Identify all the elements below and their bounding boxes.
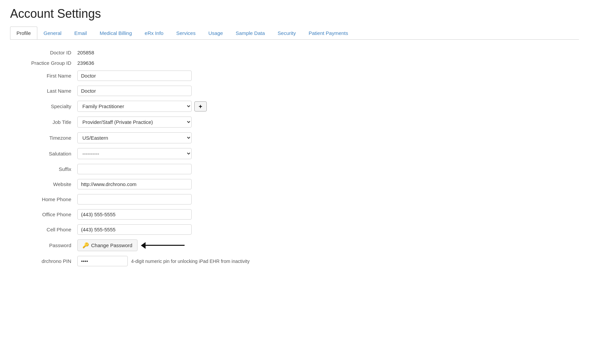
- first-name-row: First Name: [10, 71, 313, 81]
- doctor-id-value: 205858: [77, 50, 94, 55]
- job-title-select[interactable]: Provider/Staff (Private Practice) Provid…: [77, 117, 192, 128]
- cell-phone-row: Cell Phone: [10, 224, 313, 235]
- tab-services[interactable]: Services: [170, 27, 202, 40]
- salutation-label: Salutation: [10, 151, 77, 156]
- last-name-input[interactable]: [77, 86, 192, 96]
- salutation-row: Salutation ---------- Dr. Mr. Mrs. Ms.: [10, 148, 313, 159]
- first-name-input[interactable]: [77, 71, 192, 81]
- last-name-row: Last Name: [10, 86, 313, 96]
- office-phone-label: Office Phone: [10, 212, 77, 217]
- job-title-row: Job Title Provider/Staff (Private Practi…: [10, 117, 313, 128]
- specialty-add-button[interactable]: +: [194, 101, 207, 111]
- change-password-label: Change Password: [91, 242, 132, 248]
- practice-group-id-value: 239636: [77, 60, 94, 66]
- tab-usage[interactable]: Usage: [202, 27, 229, 40]
- website-row: Website: [10, 179, 313, 189]
- tab-email[interactable]: Email: [68, 27, 93, 40]
- key-icon: 🔑: [82, 242, 89, 248]
- practice-group-id-row: Practice Group ID 239636: [10, 60, 313, 66]
- specialty-select[interactable]: Family Practitioner Internal Medicine Pe…: [77, 101, 192, 112]
- suffix-input[interactable]: [77, 164, 192, 174]
- tab-bar: Profile General Email Medical Billing eR…: [10, 26, 579, 40]
- page-title: Account Settings: [10, 7, 579, 21]
- timezone-label: Timezone: [10, 135, 77, 141]
- job-title-label: Job Title: [10, 119, 77, 125]
- tab-security[interactable]: Security: [271, 27, 302, 40]
- suffix-row: Suffix: [10, 164, 313, 174]
- drchrono-pin-row: drchrono PIN 4-digit numeric pin for unl…: [10, 256, 313, 266]
- password-row: Password 🔑 Change Password: [10, 239, 313, 251]
- doctor-id-label: Doctor ID: [10, 50, 77, 55]
- home-phone-row: Home Phone: [10, 194, 313, 204]
- suffix-label: Suffix: [10, 166, 77, 172]
- first-name-label: First Name: [10, 73, 77, 79]
- timezone-select[interactable]: US/Eastern US/Central US/Mountain US/Pac…: [77, 132, 192, 143]
- website-label: Website: [10, 181, 77, 187]
- drchrono-pin-label: drchrono PIN: [10, 258, 77, 264]
- practice-group-id-label: Practice Group ID: [10, 60, 77, 66]
- tab-sample-data[interactable]: Sample Data: [229, 27, 271, 40]
- tab-general[interactable]: General: [37, 27, 68, 40]
- password-label: Password: [10, 242, 77, 248]
- office-phone-row: Office Phone: [10, 209, 313, 220]
- profile-form: Doctor ID 205858 Practice Group ID 23963…: [10, 50, 313, 266]
- salutation-select[interactable]: ---------- Dr. Mr. Mrs. Ms.: [77, 148, 192, 159]
- cell-phone-input[interactable]: [77, 224, 192, 235]
- specialty-row: Specialty Family Practitioner Internal M…: [10, 101, 313, 112]
- tab-medical-billing[interactable]: Medical Billing: [93, 27, 138, 40]
- last-name-label: Last Name: [10, 88, 77, 94]
- drchrono-pin-input[interactable]: [77, 256, 128, 266]
- doctor-id-row: Doctor ID 205858: [10, 50, 313, 55]
- home-phone-label: Home Phone: [10, 196, 77, 202]
- arrow-line: [144, 245, 185, 246]
- home-phone-input[interactable]: [77, 194, 192, 204]
- specialty-label: Specialty: [10, 103, 77, 109]
- arrow-indicator: [144, 245, 185, 246]
- drchrono-pin-hint: 4-digit numeric pin for unlocking iPad E…: [131, 259, 249, 264]
- cell-phone-label: Cell Phone: [10, 227, 77, 232]
- office-phone-input[interactable]: [77, 209, 192, 220]
- tab-profile[interactable]: Profile: [10, 27, 37, 40]
- change-password-button[interactable]: 🔑 Change Password: [77, 239, 138, 251]
- timezone-row: Timezone US/Eastern US/Central US/Mounta…: [10, 132, 313, 143]
- tab-patient-payments[interactable]: Patient Payments: [302, 27, 355, 40]
- tab-erx-info[interactable]: eRx Info: [138, 27, 170, 40]
- website-input[interactable]: [77, 179, 192, 189]
